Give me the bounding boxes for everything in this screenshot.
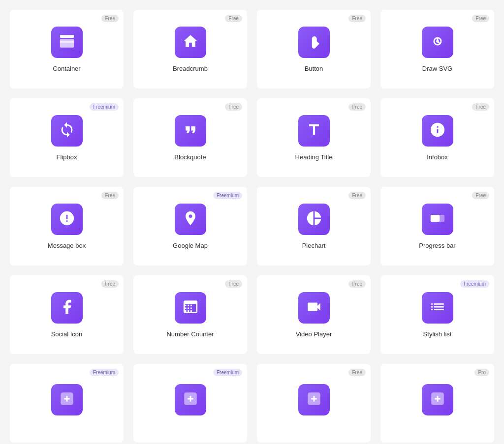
card-label-breadcrumb: Breadcrumb — [173, 65, 208, 72]
message-box-icon — [59, 210, 75, 229]
generic-icon — [429, 390, 446, 409]
card-label-container: Container — [53, 65, 80, 72]
svg-point-5 — [436, 40, 439, 43]
card-label-video-player: Video Player — [296, 330, 332, 338]
svg-rect-1 — [60, 39, 73, 47]
google-map-icon — [182, 210, 199, 229]
card-card-row5-1[interactable]: Freemium — [10, 364, 124, 443]
stylish-list-icon — [429, 298, 446, 317]
social-icon-icon — [59, 298, 75, 317]
svg-rect-8 — [432, 219, 436, 220]
icon-wrap-number-counter — [175, 292, 206, 324]
card-breadcrumb[interactable]: Free Breadcrumb — [133, 10, 247, 89]
icon-wrap-piechart — [298, 204, 330, 235]
breadcrumb-icon — [182, 33, 199, 52]
svg-rect-7 — [430, 214, 439, 221]
widget-grid: Free Container Free Breadcrumb Free Butt… — [10, 10, 494, 443]
badge-google-map: Freemium — [213, 192, 242, 199]
badge-heading-title: Free — [348, 103, 366, 111]
badge-card-row5-4: Pro — [474, 369, 489, 376]
icon-wrap-social-icon — [51, 292, 83, 324]
card-video-player[interactable]: Free Video Player — [257, 275, 371, 354]
card-card-row5-2[interactable]: Freemium — [133, 364, 247, 443]
generic-icon — [182, 390, 199, 409]
card-piechart[interactable]: Free Piechart — [257, 187, 371, 266]
card-message-box[interactable]: Free Message box — [10, 187, 124, 266]
svg-rect-0 — [60, 35, 73, 38]
badge-number-counter: Free — [225, 280, 242, 288]
container-icon — [59, 33, 75, 52]
icon-wrap-google-map — [175, 204, 206, 235]
card-flipbox[interactable]: Freemium Flipbox — [10, 98, 124, 177]
badge-piechart: Free — [348, 192, 366, 199]
card-label-google-map: Google Map — [173, 242, 208, 249]
badge-container: Free — [101, 15, 119, 22]
flipbox-icon — [59, 121, 75, 140]
svg-point-3 — [314, 37, 315, 39]
card-label-social-icon: Social Icon — [51, 330, 83, 338]
icon-wrap-draw-svg — [422, 27, 453, 58]
card-stylish-list[interactable]: Freemium Stylish list — [380, 275, 494, 354]
icon-wrap-flipbox — [51, 115, 83, 147]
icon-wrap-card-row5-4 — [422, 384, 453, 415]
generic-icon — [59, 390, 75, 409]
card-label-heading-title: Heading Title — [295, 153, 333, 161]
progress-bar-icon — [429, 210, 446, 229]
icon-wrap-card-row5-1 — [51, 384, 83, 415]
icon-wrap-message-box — [51, 204, 83, 235]
icon-wrap-card-row5-3 — [298, 384, 330, 415]
infobox-icon — [429, 121, 446, 140]
card-button[interactable]: Free Button — [257, 10, 371, 89]
badge-draw-svg: Free — [472, 15, 489, 22]
card-card-row5-3[interactable]: Free — [257, 364, 371, 443]
badge-social-icon: Free — [101, 280, 119, 288]
icon-wrap-progress-bar — [422, 204, 453, 235]
card-label-number-counter: Number Counter — [166, 330, 214, 338]
blockquote-icon — [182, 121, 199, 140]
badge-card-row5-3: Free — [348, 369, 366, 376]
badge-card-row5-1: Freemium — [90, 369, 119, 376]
badge-breadcrumb: Free — [225, 15, 242, 22]
card-label-flipbox: Flipbox — [57, 153, 77, 161]
card-card-row5-4[interactable]: Pro — [380, 364, 494, 443]
card-label-blockquote: Blockquote — [174, 153, 206, 161]
generic-icon — [306, 390, 322, 409]
card-infobox[interactable]: Free Infobox — [380, 98, 494, 177]
card-google-map[interactable]: Freemium Google Map — [133, 187, 247, 266]
card-social-icon[interactable]: Free Social Icon — [10, 275, 124, 354]
card-label-draw-svg: Draw SVG — [422, 65, 452, 72]
card-container[interactable]: Free Container — [10, 10, 124, 89]
icon-wrap-heading-title — [298, 115, 330, 147]
badge-button: Free — [348, 15, 366, 22]
badge-stylish-list: Freemium — [460, 280, 489, 288]
badge-infobox: Free — [472, 103, 489, 111]
icon-wrap-video-player — [298, 292, 330, 324]
badge-card-row5-2: Freemium — [213, 369, 242, 376]
card-label-progress-bar: Progress bar — [419, 242, 455, 249]
card-blockquote[interactable]: Free Blockquote — [133, 98, 247, 177]
badge-blockquote: Free — [225, 103, 242, 111]
card-label-infobox: Infobox — [427, 153, 448, 161]
badge-flipbox: Freemium — [90, 103, 119, 111]
icon-wrap-button — [298, 27, 330, 58]
icon-wrap-breadcrumb — [175, 27, 206, 58]
number-counter-icon — [182, 298, 199, 317]
badge-message-box: Free — [101, 192, 119, 199]
button-icon — [306, 33, 322, 52]
card-number-counter[interactable]: Free Number Counter — [133, 275, 247, 354]
card-label-message-box: Message box — [48, 242, 86, 249]
card-draw-svg[interactable]: Free Draw SVG — [380, 10, 494, 89]
card-heading-title[interactable]: Free Heading Title — [257, 98, 371, 177]
card-progress-bar[interactable]: Free Progress bar — [380, 187, 494, 266]
icon-wrap-blockquote — [175, 115, 206, 147]
piechart-icon — [306, 210, 322, 229]
badge-progress-bar: Free — [472, 192, 489, 199]
card-label-button: Button — [305, 65, 323, 72]
icon-wrap-stylish-list — [422, 292, 453, 324]
heading-icon — [306, 121, 322, 140]
badge-video-player: Free — [348, 280, 366, 288]
card-label-stylish-list: Stylish list — [423, 330, 452, 338]
card-label-piechart: Piechart — [302, 242, 326, 249]
video-player-icon — [306, 298, 322, 317]
icon-wrap-infobox — [422, 115, 453, 147]
